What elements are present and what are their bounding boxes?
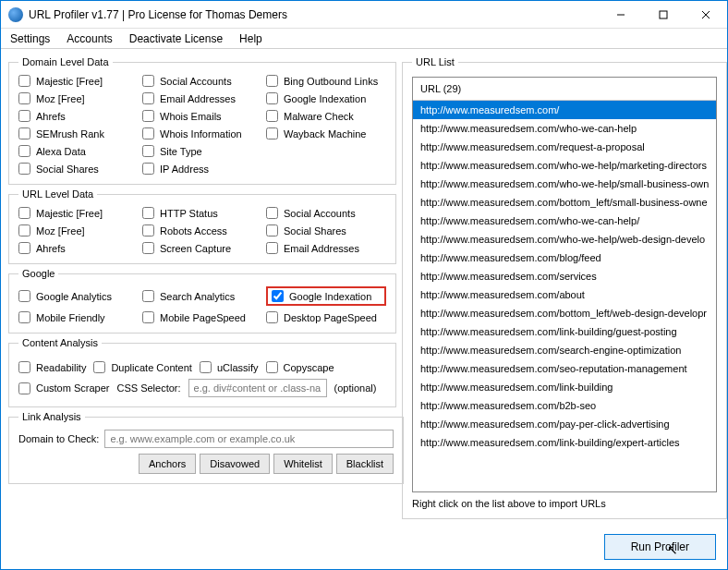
checkbox-majestic-free-[interactable]: Majestic [Free] <box>18 75 139 87</box>
checkbox-social-shares[interactable]: Social Shares <box>18 163 139 175</box>
titlebar: URL Profiler v1.77 | Pro License for Tho… <box>1 1 727 29</box>
content-analysis-group: Content Analysis ReadabilityDuplicate Co… <box>8 337 396 407</box>
url-list[interactable]: URL (29) http://www.measuredsem.com/http… <box>412 77 717 492</box>
window-title: URL Profiler v1.77 | Pro License for Tho… <box>29 8 600 21</box>
checkbox-readability[interactable]: Readability <box>18 361 86 373</box>
domain-to-check-input[interactable] <box>104 430 394 448</box>
checkbox-site-type[interactable]: Site Type <box>142 145 262 157</box>
urllist-legend: URL List <box>412 56 458 67</box>
anchors-button[interactable]: Anchors <box>139 454 196 474</box>
url-list-item[interactable]: http://www.measuredsem.com/who-we-help/w… <box>413 230 716 249</box>
checkbox-robots-access[interactable]: Robots Access <box>142 224 262 236</box>
checkbox-ip-address[interactable]: IP Address <box>142 163 262 175</box>
checkbox-email-addresses[interactable]: Email Addresses <box>266 242 386 254</box>
checkbox-malware-check[interactable]: Malware Check <box>266 110 386 122</box>
domain-level-data-group: Domain Level Data Majestic [Free]Social … <box>8 56 396 185</box>
url-list-item[interactable]: http://www.measuredsem.com/about <box>413 285 716 304</box>
checkbox-search-analytics[interactable]: Search Analytics <box>142 286 262 306</box>
checkbox-bing-outbound-links[interactable]: Bing Outbound Links <box>266 75 386 87</box>
content-legend: Content Analysis <box>18 337 102 348</box>
url-list-item[interactable]: http://www.measuredsem.com/b2b-seo <box>413 396 716 415</box>
checkbox-google-indexation[interactable]: Google Indexation <box>266 92 386 104</box>
svg-rect-1 <box>660 11 667 18</box>
checkbox-wayback-machine[interactable]: Wayback Machine <box>266 127 386 139</box>
url-legend: URL Level Data <box>18 188 97 200</box>
blacklist-button[interactable]: Blacklist <box>336 454 394 474</box>
link-analysis-group: Link Analysis Domain to Check: AnchorsDi… <box>8 411 404 484</box>
url-list-item[interactable]: http://www.measuredsem.com/who-we-can-he… <box>413 119 716 138</box>
url-list-item[interactable]: http://www.measuredsem.com/who-we-can-he… <box>413 212 716 230</box>
checkbox-semrush-rank[interactable]: SEMrush Rank <box>18 127 139 139</box>
url-list-item[interactable]: http://www.measuredsem.com/link-building… <box>413 433 716 452</box>
checkbox-screen-capture[interactable]: Screen Capture <box>142 242 262 254</box>
checkbox-copyscape[interactable]: Copyscape <box>266 361 334 373</box>
maximize-button[interactable] <box>642 1 685 29</box>
url-level-data-group: URL Level Data Majestic [Free]HTTP Statu… <box>8 188 396 264</box>
url-list-item[interactable]: http://www.measuredsem.com/seo-reputatio… <box>413 359 716 378</box>
checkbox-duplicate-content[interactable]: Duplicate Content <box>93 361 191 373</box>
checkbox-email-addresses[interactable]: Email Addresses <box>142 92 262 104</box>
url-list-item[interactable]: http://www.measuredsem.com/ <box>413 101 716 119</box>
checkbox-ahrefs[interactable]: Ahrefs <box>18 242 139 254</box>
menu-deactivate-license[interactable]: Deactivate License <box>129 32 223 45</box>
checkbox-moz-free-[interactable]: Moz [Free] <box>18 92 139 104</box>
url-list-header[interactable]: URL (29) <box>413 78 716 101</box>
url-list-item[interactable]: http://www.measuredsem.com/who-we-help/s… <box>413 175 716 193</box>
url-list-item[interactable]: http://www.measuredsem.com/pay-per-click… <box>413 415 716 433</box>
whitelist-button[interactable]: Whitelist <box>273 454 333 474</box>
checkbox-social-accounts[interactable]: Social Accounts <box>266 207 386 219</box>
checkbox-http-status[interactable]: HTTP Status <box>142 207 262 219</box>
checkbox-whois-emails[interactable]: Whois Emails <box>142 110 262 122</box>
url-list-item[interactable]: http://www.measuredsem.com/who-we-help/m… <box>413 156 716 175</box>
checkbox-google-analytics[interactable]: Google Analytics <box>18 286 139 306</box>
checkbox-social-accounts[interactable]: Social Accounts <box>142 75 262 87</box>
custom-scraper-checkbox[interactable]: Custom Scraper <box>18 382 109 394</box>
checkbox-mobile-pagespeed[interactable]: Mobile PageSpeed <box>142 311 262 323</box>
optional-label: (optional) <box>334 382 377 394</box>
url-list-item[interactable]: http://www.measuredsem.com/request-a-pro… <box>413 138 716 156</box>
url-list-item[interactable]: http://www.measuredsem.com/bottom_left/s… <box>413 193 716 212</box>
checkbox-google-indexation[interactable]: Google Indexation <box>272 290 371 302</box>
checkbox-uclassify[interactable]: uClassify <box>200 361 259 373</box>
checkbox-mobile-friendly[interactable]: Mobile Friendly <box>18 311 139 323</box>
checkbox-desktop-pagespeed[interactable]: Desktop PageSpeed <box>266 311 386 323</box>
url-list-item[interactable]: http://www.measuredsem.com/bottom_left/w… <box>413 304 716 322</box>
css-selector-input[interactable] <box>188 379 327 397</box>
menu-help[interactable]: Help <box>239 32 262 45</box>
domain-legend: Domain Level Data <box>18 56 113 67</box>
google-legend: Google <box>18 268 58 279</box>
css-selector-label: CSS Selector: <box>116 382 180 394</box>
close-button[interactable] <box>685 1 727 29</box>
menubar: Settings Accounts Deactivate License Hel… <box>1 29 727 49</box>
checkbox-majestic-free-[interactable]: Majestic [Free] <box>18 207 139 219</box>
url-list-hint: Right click on the list above to import … <box>412 498 717 509</box>
domain-to-check-label: Domain to Check: <box>18 433 99 444</box>
menu-settings[interactable]: Settings <box>10 32 50 45</box>
url-list-item[interactable]: http://www.measuredsem.com/link-building… <box>413 322 716 341</box>
minimize-button[interactable] <box>600 1 642 29</box>
checkbox-moz-free-[interactable]: Moz [Free] <box>18 224 139 236</box>
checkbox-alexa-data[interactable]: Alexa Data <box>18 145 139 157</box>
app-icon <box>8 7 23 22</box>
run-profiler-button[interactable]: Run Profiler ↖ <box>604 534 716 560</box>
url-list-item[interactable]: http://www.measuredsem.com/blog/feed <box>413 249 716 267</box>
url-list-group: URL List URL (29) http://www.measuredsem… <box>402 56 727 519</box>
google-group: Google Google AnalyticsSearch AnalyticsG… <box>8 268 396 334</box>
checkbox-whois-information[interactable]: Whois Information <box>142 127 262 139</box>
checkbox-ahrefs[interactable]: Ahrefs <box>18 110 139 122</box>
url-list-item[interactable]: http://www.measuredsem.com/search-engine… <box>413 341 716 359</box>
menu-accounts[interactable]: Accounts <box>67 32 112 45</box>
checkbox-social-shares[interactable]: Social Shares <box>266 224 386 236</box>
url-list-item[interactable]: http://www.measuredsem.com/link-building <box>413 378 716 396</box>
disavowed-button[interactable]: Disavowed <box>200 454 270 474</box>
url-list-item[interactable]: http://www.measuredsem.com/services <box>413 267 716 285</box>
link-legend: Link Analysis <box>18 411 85 422</box>
